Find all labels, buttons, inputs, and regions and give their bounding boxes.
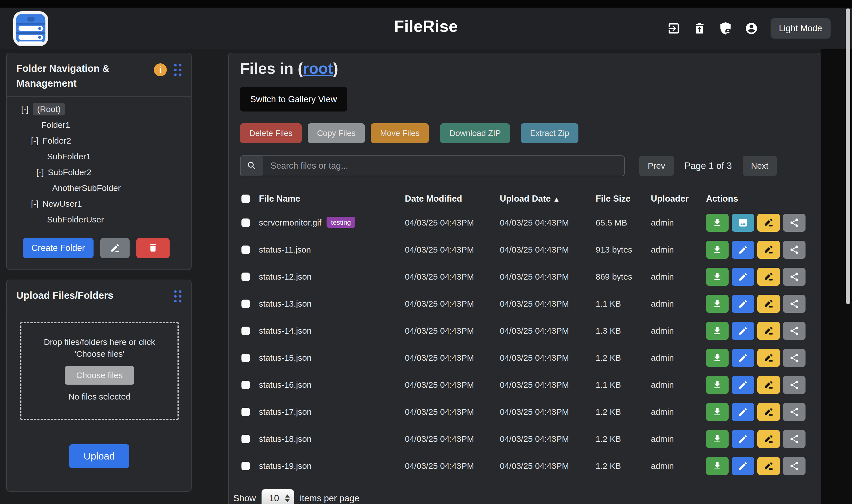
copy-files-button[interactable]: Copy Files bbox=[308, 123, 365, 143]
logout-icon[interactable] bbox=[667, 22, 680, 35]
items-per-page-select[interactable]: 10 bbox=[261, 489, 294, 504]
tree-item-subfolder2[interactable]: [-]SubFolder2 bbox=[7, 164, 191, 180]
row-checkbox[interactable] bbox=[241, 408, 250, 416]
prev-page-button[interactable]: Prev bbox=[639, 156, 674, 176]
collapse-toggle[interactable]: [-] bbox=[31, 136, 39, 145]
search-input[interactable] bbox=[263, 156, 624, 176]
share-button[interactable] bbox=[783, 457, 805, 475]
collapse-toggle[interactable]: [-] bbox=[21, 105, 29, 114]
column-header-uploader[interactable]: Uploader bbox=[651, 194, 706, 204]
edit-file-button[interactable] bbox=[732, 322, 754, 340]
edit-file-button[interactable] bbox=[732, 241, 754, 259]
download-button[interactable] bbox=[706, 268, 729, 286]
row-checkbox[interactable] bbox=[241, 273, 250, 281]
rename-button[interactable] bbox=[757, 457, 780, 475]
share-button[interactable] bbox=[783, 322, 805, 340]
download-button[interactable] bbox=[706, 295, 729, 313]
share-button[interactable] bbox=[783, 241, 805, 259]
edit-file-button[interactable] bbox=[732, 430, 754, 448]
tree-item-folder2[interactable]: [-]Folder2 bbox=[7, 133, 191, 149]
extract-zip-button[interactable]: Extract Zip bbox=[521, 123, 578, 143]
account-icon[interactable] bbox=[745, 22, 758, 35]
file-name[interactable]: status-17.json bbox=[259, 407, 312, 416]
delete-files-button[interactable]: Delete Files bbox=[240, 123, 302, 143]
tree-item-subfolderuser[interactable]: SubFolderUser bbox=[7, 212, 191, 228]
column-header-uploaded[interactable]: Upload Date▲ bbox=[500, 194, 596, 204]
share-button[interactable] bbox=[783, 349, 805, 367]
collapse-toggle[interactable]: [-] bbox=[36, 167, 44, 177]
file-name[interactable]: status-13.json bbox=[259, 299, 312, 308]
download-button[interactable] bbox=[706, 376, 729, 394]
rename-folder-button[interactable] bbox=[100, 238, 129, 258]
next-page-button[interactable]: Next bbox=[743, 156, 777, 176]
rename-button[interactable] bbox=[757, 376, 780, 394]
download-button[interactable] bbox=[706, 241, 729, 259]
column-header-modified[interactable]: Date Modified bbox=[405, 194, 500, 204]
file-dropzone[interactable]: Drop files/folders here or click 'Choose… bbox=[20, 322, 179, 420]
rename-button[interactable] bbox=[757, 322, 780, 340]
column-header-name[interactable]: File Name bbox=[259, 194, 405, 204]
share-button[interactable] bbox=[783, 376, 805, 394]
move-files-button[interactable]: Move Files bbox=[371, 123, 429, 143]
restore-trash-icon[interactable] bbox=[693, 22, 706, 35]
row-checkbox[interactable] bbox=[241, 218, 250, 227]
share-button[interactable] bbox=[783, 430, 805, 448]
share-button[interactable] bbox=[783, 268, 805, 286]
delete-folder-button[interactable] bbox=[136, 238, 170, 258]
shield-user-icon[interactable] bbox=[719, 22, 732, 35]
file-name[interactable]: status-11.json bbox=[259, 245, 311, 254]
drag-handle-icon[interactable] bbox=[174, 290, 181, 302]
rename-button[interactable] bbox=[757, 295, 780, 313]
edit-file-button[interactable] bbox=[732, 349, 754, 367]
drag-handle-icon[interactable] bbox=[174, 64, 181, 76]
switch-gallery-view-button[interactable]: Switch to Gallery View bbox=[240, 87, 347, 111]
download-button[interactable] bbox=[706, 214, 729, 232]
row-checkbox[interactable] bbox=[241, 354, 250, 362]
preview-image-button[interactable] bbox=[732, 214, 754, 232]
file-name[interactable]: status-18.json bbox=[259, 434, 312, 444]
share-button[interactable] bbox=[783, 295, 805, 313]
tree-item-newuser1[interactable]: [-]NewUser1 bbox=[7, 196, 191, 212]
rename-button[interactable] bbox=[757, 268, 780, 286]
row-checkbox[interactable] bbox=[241, 300, 250, 308]
tree-item-root[interactable]: [-](Root) bbox=[7, 101, 191, 117]
column-header-size[interactable]: File Size bbox=[596, 194, 651, 204]
row-checkbox[interactable] bbox=[241, 246, 250, 254]
rename-button[interactable] bbox=[757, 241, 780, 259]
download-button[interactable] bbox=[706, 430, 729, 448]
file-name[interactable]: status-19.json bbox=[259, 461, 312, 470]
download-button[interactable] bbox=[706, 349, 729, 367]
file-name[interactable]: status-15.json bbox=[259, 353, 312, 362]
download-button[interactable] bbox=[706, 457, 729, 475]
root-folder-link[interactable]: root bbox=[303, 60, 333, 77]
upload-button[interactable]: Upload bbox=[69, 444, 129, 468]
collapse-toggle[interactable]: [-] bbox=[31, 199, 39, 208]
rename-button[interactable] bbox=[757, 349, 780, 367]
info-icon[interactable]: i bbox=[154, 64, 167, 76]
download-zip-button[interactable]: Download ZIP bbox=[440, 123, 510, 143]
row-checkbox[interactable] bbox=[241, 381, 250, 389]
tree-item-subfolder1[interactable]: SubFolder1 bbox=[7, 149, 191, 164]
edit-file-button[interactable] bbox=[732, 295, 754, 313]
choose-files-button[interactable]: Choose files bbox=[65, 366, 134, 384]
edit-file-button[interactable] bbox=[732, 268, 754, 286]
download-button[interactable] bbox=[706, 403, 729, 421]
tree-item-anothersubfolder[interactable]: AnotherSubFolder bbox=[7, 180, 191, 196]
rename-button[interactable] bbox=[757, 214, 780, 232]
file-name[interactable]: status-12.json bbox=[259, 272, 312, 281]
file-name[interactable]: status-14.json bbox=[259, 326, 312, 335]
download-button[interactable] bbox=[706, 322, 729, 340]
tree-item-folder1[interactable]: Folder1 bbox=[7, 117, 191, 133]
select-all-checkbox[interactable] bbox=[241, 195, 250, 203]
rename-button[interactable] bbox=[757, 403, 780, 421]
share-button[interactable] bbox=[783, 214, 805, 232]
row-checkbox[interactable] bbox=[241, 462, 250, 470]
file-name[interactable]: servermonitor.gif bbox=[259, 218, 321, 227]
row-checkbox[interactable] bbox=[241, 327, 250, 335]
rename-button[interactable] bbox=[757, 430, 780, 448]
edit-file-button[interactable] bbox=[732, 376, 754, 394]
scrollbar-thumb[interactable] bbox=[846, 8, 850, 304]
file-name[interactable]: status-16.json bbox=[259, 380, 312, 390]
share-button[interactable] bbox=[783, 403, 805, 421]
edit-file-button[interactable] bbox=[732, 457, 754, 475]
